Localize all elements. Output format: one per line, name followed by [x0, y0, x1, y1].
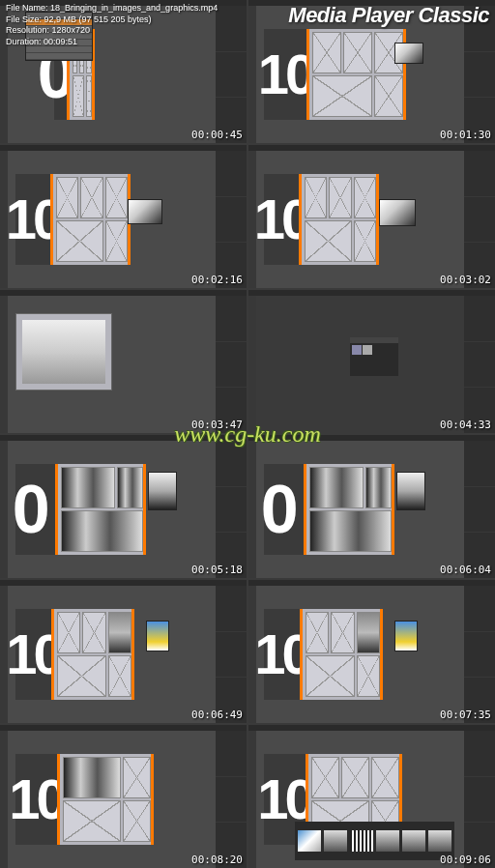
thumbnail[interactable]: 10 00:06:49 [0, 580, 247, 723]
image-frame-filled [117, 467, 143, 508]
bridge-thumb [324, 830, 347, 852]
bridge-thumb [428, 830, 451, 852]
timecode: 00:05:18 [191, 564, 243, 576]
placed-image-floating [379, 199, 416, 226]
image-frame-filled [61, 467, 115, 508]
timecode: 00:09:06 [440, 854, 491, 866]
timecode: 00:08:20 [191, 854, 243, 866]
thumbnail[interactable]: 10 00:08:20 [0, 725, 247, 868]
resolution-label: Resolution: [6, 25, 49, 35]
timecode: 00:06:04 [440, 564, 491, 576]
timecode: 00:02:16 [191, 274, 243, 286]
header-overlay: File Name: 18_Bringing_in_images_and_gra… [0, 0, 495, 51]
thumbnail[interactable]: 00:03:47 [0, 290, 247, 433]
placed-image-floating [128, 199, 162, 224]
timecode: 00:06:49 [191, 709, 243, 721]
thumbnail-grid: 0 00:00:45 [0, 0, 495, 868]
thumbnail[interactable]: 0 00:05:18 [0, 435, 247, 578]
placed-image-floating [396, 472, 425, 510]
duration-label: Duration: [6, 37, 42, 46]
placed-image-floating [148, 472, 177, 510]
layout-number-partial: 0 [13, 471, 46, 548]
thumbnail[interactable]: 10 00:09:06 [248, 725, 495, 868]
app-title: Media Player Classic [288, 3, 489, 28]
bridge-thumb [298, 830, 321, 852]
links-panel [350, 337, 398, 376]
layout-number: 10 [258, 42, 313, 106]
file-info-block: File Name: 18_Bringing_in_images_and_gra… [6, 3, 218, 48]
file-size-label: File Size: [6, 14, 42, 24]
bridge-thumb [376, 830, 399, 852]
file-name-label: File Name: [6, 3, 48, 13]
timecode: 00:03:47 [191, 419, 243, 431]
layout-number: 10 [9, 767, 64, 831]
timecode: 00:04:33 [440, 419, 491, 431]
color-image-sample [146, 621, 169, 651]
image-frame-empty [73, 75, 85, 117]
thumbnail[interactable]: 10 00:02:16 [0, 145, 247, 288]
bridge-thumb [402, 830, 425, 852]
file-size-value: 92,9 MB (97 515 205 bytes) [44, 14, 152, 24]
timecode: 00:01:30 [440, 129, 491, 141]
image-frame-filled [61, 510, 144, 552]
thumbnail[interactable]: 0 00:06:04 [248, 435, 495, 578]
mini-bridge-panel [295, 822, 454, 860]
thumbnail[interactable]: 00:04:33 [248, 290, 495, 433]
timecode: 00:07:35 [440, 709, 491, 721]
layout-number-partial: 0 [261, 471, 295, 548]
timecode: 00:00:45 [191, 129, 243, 141]
resolution-value: 1280x720 [52, 25, 91, 35]
bridge-thumb [350, 830, 373, 852]
file-name-value: 18_Bringing_in_images_and_graphics.mp4 [50, 3, 218, 13]
duration-value: 00:09:51 [44, 37, 77, 46]
zoomed-image-frame [22, 320, 105, 384]
timecode: 00:03:02 [440, 274, 491, 286]
thumbnail[interactable]: 10 00:03:02 [248, 145, 495, 288]
menu-item [26, 53, 92, 60]
thumbnail[interactable]: 10 00:07:35 [248, 580, 495, 723]
color-image-sample [394, 621, 418, 651]
